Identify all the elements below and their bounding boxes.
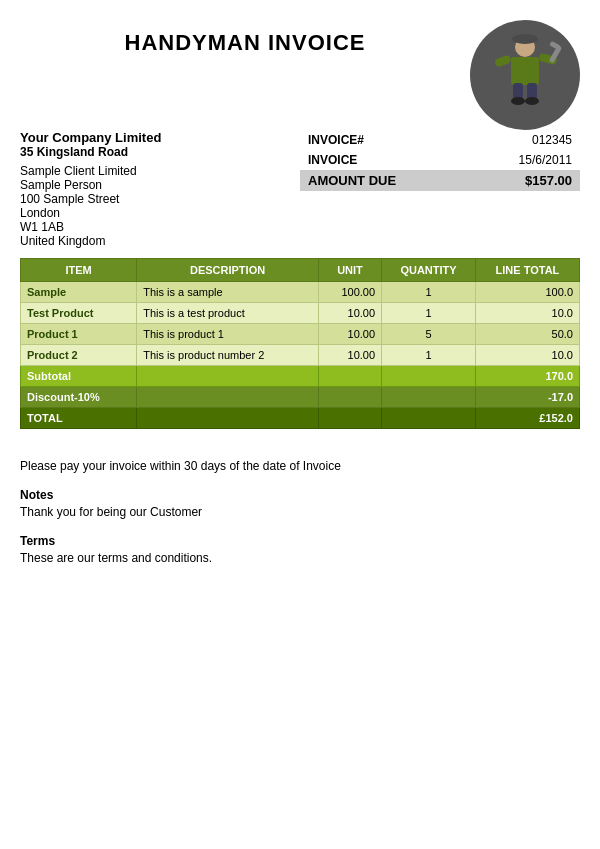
col-description: DESCRIPTION xyxy=(137,259,319,282)
invoice-number-label: INVOICE# xyxy=(300,130,468,150)
row-quantity: 5 xyxy=(382,324,476,345)
invoice-number-value: 012345 xyxy=(468,130,580,150)
subtotal-empty2 xyxy=(318,366,381,387)
svg-point-12 xyxy=(525,97,539,105)
items-table: ITEM DESCRIPTION UNIT QUANTITY LINE TOTA… xyxy=(20,258,580,429)
notes-title: Notes xyxy=(20,488,580,502)
discount-empty2 xyxy=(318,387,381,408)
terms-text: These are our terms and conditions. xyxy=(20,551,580,565)
row-unit: 100.00 xyxy=(318,282,381,303)
discount-value: -17.0 xyxy=(475,387,579,408)
discount-label: Discount-10% xyxy=(21,387,137,408)
col-line-total: LINE TOTAL xyxy=(475,259,579,282)
client-contact: Sample Person xyxy=(20,178,300,192)
subtotal-row: Subtotal 170.0 xyxy=(21,366,580,387)
row-item: Sample xyxy=(21,282,137,303)
col-quantity: QUANTITY xyxy=(382,259,476,282)
row-line-total: 10.0 xyxy=(475,303,579,324)
client-name: Sample Client Limited xyxy=(20,164,300,178)
row-description: This is a sample xyxy=(137,282,319,303)
discount-empty3 xyxy=(382,387,476,408)
total-empty1 xyxy=(137,408,319,429)
total-empty3 xyxy=(382,408,476,429)
row-item: Test Product xyxy=(21,303,137,324)
total-empty2 xyxy=(318,408,381,429)
row-description: This is product 1 xyxy=(137,324,319,345)
svg-point-11 xyxy=(511,97,525,105)
svg-rect-3 xyxy=(515,36,535,41)
invoice-amount-value: $157.00 xyxy=(468,170,580,191)
discount-empty1 xyxy=(137,387,319,408)
total-label: TOTAL xyxy=(21,408,137,429)
svg-rect-4 xyxy=(511,57,539,85)
row-item: Product 1 xyxy=(21,324,137,345)
company-address: 35 Kingsland Road xyxy=(20,145,300,159)
subtotal-value: 170.0 xyxy=(475,366,579,387)
subtotal-empty1 xyxy=(137,366,319,387)
client-city: London xyxy=(20,206,300,220)
company-name: Your Company Limited xyxy=(20,130,300,145)
col-item: ITEM xyxy=(21,259,137,282)
col-unit: UNIT xyxy=(318,259,381,282)
row-quantity: 1 xyxy=(382,345,476,366)
subtotal-label: Subtotal xyxy=(21,366,137,387)
client-postcode: W1 1AB xyxy=(20,220,300,234)
terms-title: Terms xyxy=(20,534,580,548)
row-unit: 10.00 xyxy=(318,345,381,366)
subtotal-empty3 xyxy=(382,366,476,387)
table-row: Sample This is a sample 100.00 1 100.0 xyxy=(21,282,580,303)
invoice-date-value: 15/6/2011 xyxy=(468,150,580,170)
invoice-amount-label: AMOUNT DUE xyxy=(300,170,468,191)
notes-text: Thank you for being our Customer xyxy=(20,505,580,519)
invoice-date-label: INVOICE xyxy=(300,150,468,170)
row-quantity: 1 xyxy=(382,303,476,324)
total-value: £152.0 xyxy=(475,408,579,429)
invoice-title: HANDYMAN INVOICE xyxy=(20,30,470,56)
row-unit: 10.00 xyxy=(318,324,381,345)
row-line-total: 100.0 xyxy=(475,282,579,303)
table-row: Product 2 This is product number 2 10.00… xyxy=(21,345,580,366)
row-item: Product 2 xyxy=(21,345,137,366)
company-logo xyxy=(470,20,580,130)
row-line-total: 50.0 xyxy=(475,324,579,345)
table-row: Product 1 This is product 1 10.00 5 50.0 xyxy=(21,324,580,345)
payment-note: Please pay your invoice within 30 days o… xyxy=(20,459,580,473)
table-row: Test Product This is a test product 10.0… xyxy=(21,303,580,324)
row-line-total: 10.0 xyxy=(475,345,579,366)
client-address1: 100 Sample Street xyxy=(20,192,300,206)
row-description: This is a test product xyxy=(137,303,319,324)
row-description: This is product number 2 xyxy=(137,345,319,366)
row-quantity: 1 xyxy=(382,282,476,303)
row-unit: 10.00 xyxy=(318,303,381,324)
total-row: TOTAL £152.0 xyxy=(21,408,580,429)
discount-row: Discount-10% -17.0 xyxy=(21,387,580,408)
client-country: United Kingdom xyxy=(20,234,300,248)
